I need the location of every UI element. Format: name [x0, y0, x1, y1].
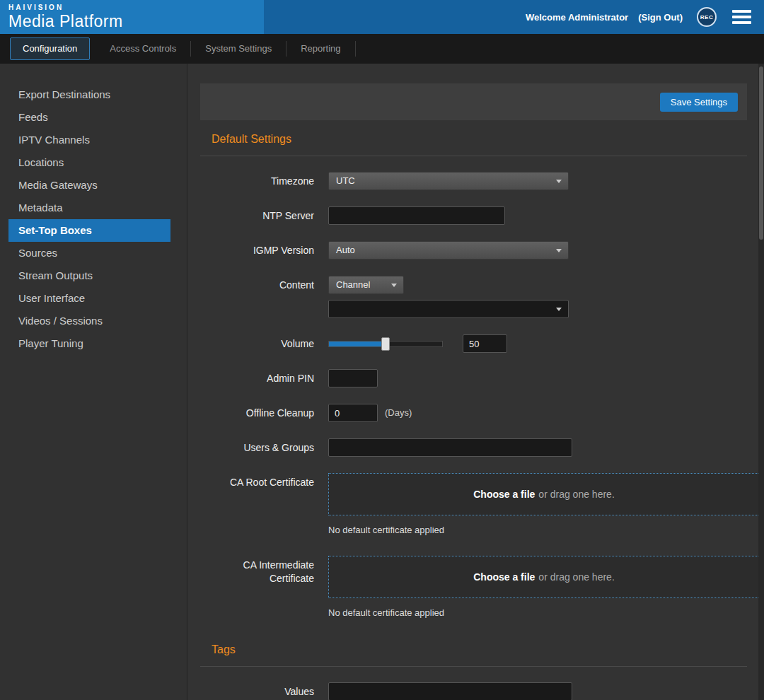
ca-intermediate-certificate-status: No default certificate applied: [328, 607, 758, 618]
offline-cleanup-label: Offline Cleanup: [200, 404, 314, 422]
drag-hint-text: or drag one here.: [538, 571, 614, 583]
timezone-selected-value: UTC: [336, 175, 355, 186]
timezone-label: Timezone: [200, 172, 314, 190]
content-type-select[interactable]: Channel: [328, 276, 404, 294]
tab-access-controls[interactable]: Access Controls: [96, 34, 190, 64]
igmp-version-label: IGMP Version: [200, 241, 314, 259]
choose-file-link[interactable]: Choose a file: [473, 571, 535, 583]
default-settings-heading: Default Settings: [200, 133, 747, 156]
scrollbar-thumb[interactable]: [759, 66, 763, 240]
ntp-server-input[interactable]: [328, 206, 505, 225]
choose-file-link[interactable]: Choose a file: [473, 489, 535, 500]
brand: HAIVISION Media Platform: [0, 0, 264, 34]
sidebar-item-sources[interactable]: Sources: [8, 242, 170, 264]
content-selection-select[interactable]: [328, 300, 569, 318]
volume-slider-fill: [329, 342, 386, 346]
timezone-select[interactable]: UTC: [328, 172, 569, 190]
tags-values-input[interactable]: [328, 682, 572, 700]
igmp-version-row: IGMP Version Auto: [200, 241, 758, 259]
chevron-down-icon: [556, 180, 562, 183]
users-groups-input[interactable]: [328, 438, 572, 457]
users-groups-label: Users & Groups: [200, 438, 314, 457]
ntp-server-row: NTP Server: [200, 206, 758, 225]
volume-slider-handle[interactable]: [381, 337, 390, 351]
tab-configuration[interactable]: Configuration: [10, 37, 90, 60]
sign-out-link[interactable]: (Sign Out): [638, 12, 683, 23]
chevron-down-icon: [391, 284, 397, 287]
sidebar-item-feeds[interactable]: Feeds: [8, 106, 170, 129]
admin-pin-label: Admin PIN: [200, 369, 314, 387]
sidebar-item-export-destinations[interactable]: Export Destinations: [8, 83, 170, 106]
sidebar-item-stream-outputs[interactable]: Stream Outputs: [8, 264, 170, 287]
igmp-selected-value: Auto: [336, 245, 355, 255]
settings-panel: Save Settings Default Settings Timezone …: [188, 64, 758, 700]
sidebar-item-user-interface[interactable]: User Interface: [8, 287, 170, 310]
ca-root-certificate-row: CA Root Certificate Choose a file or dra…: [200, 473, 758, 535]
igmp-version-select[interactable]: Auto: [328, 241, 569, 259]
ntp-server-label: NTP Server: [200, 206, 314, 225]
brand-name: HAIVISION: [8, 4, 264, 11]
sidebar-item-iptv-channels[interactable]: IPTV Channels: [8, 129, 170, 151]
default-settings-form: Timezone UTC NTP Server IGMP Version Aut…: [200, 172, 758, 618]
volume-label: Volume: [200, 334, 314, 353]
ca-root-certificate-label: CA Root Certificate: [200, 473, 314, 491]
config-sidebar: Export Destinations Feeds IPTV Channels …: [0, 64, 187, 700]
tags-values-label: Values: [200, 682, 314, 700]
offline-cleanup-row: Offline Cleanup (Days): [200, 404, 758, 422]
users-groups-row: Users & Groups: [200, 438, 758, 457]
menu-icon[interactable]: [732, 10, 751, 24]
chevron-down-icon: [556, 308, 562, 311]
tags-form: Values: [200, 682, 758, 700]
content-row: Content Channel: [200, 276, 758, 318]
scrollbar[interactable]: [758, 64, 764, 700]
ca-intermediate-certificate-label: CA Intermediate Certificate: [200, 556, 314, 585]
tab-reporting[interactable]: Reporting: [286, 34, 354, 64]
ca-intermediate-certificate-dropzone[interactable]: Choose a file or drag one here.: [328, 556, 758, 598]
rec-badge[interactable]: REC: [697, 7, 717, 27]
tab-system-settings[interactable]: System Settings: [191, 34, 286, 64]
content-type-selected-value: Channel: [336, 279, 370, 290]
volume-row: Volume: [200, 334, 758, 353]
offline-cleanup-input[interactable]: [328, 404, 378, 422]
timezone-row: Timezone UTC: [200, 172, 758, 190]
app-header: HAIVISION Media Platform Welcome Adminis…: [0, 0, 764, 34]
primary-nav: Configuration Access Controls System Set…: [0, 34, 764, 64]
settings-toolbar: Save Settings: [200, 83, 747, 120]
sidebar-item-media-gateways[interactable]: Media Gateways: [8, 174, 170, 197]
offline-cleanup-unit: (Days): [385, 404, 412, 422]
content-label: Content: [200, 276, 314, 294]
drag-hint-text: or drag one here.: [538, 489, 614, 500]
header-actions: Welcome Administrator (Sign Out) REC: [526, 0, 764, 34]
ca-intermediate-certificate-row: CA Intermediate Certificate Choose a fil…: [200, 556, 758, 618]
admin-pin-row: Admin PIN: [200, 369, 758, 387]
tags-values-row: Values: [200, 682, 758, 700]
admin-pin-input[interactable]: [328, 369, 378, 387]
sidebar-item-locations[interactable]: Locations: [8, 151, 170, 174]
welcome-text: Welcome Administrator: [526, 12, 628, 23]
chevron-down-icon: [556, 249, 562, 252]
volume-value-input[interactable]: [463, 334, 507, 353]
tab-divider: [355, 41, 356, 57]
volume-slider[interactable]: [328, 334, 443, 353]
brand-product-name: Media Platform: [8, 11, 264, 31]
sidebar-item-metadata[interactable]: Metadata: [8, 197, 170, 219]
tags-heading: Tags: [200, 643, 747, 667]
ca-root-certificate-dropzone[interactable]: Choose a file or drag one here.: [328, 473, 758, 515]
sidebar-item-videos-sessions[interactable]: Videos / Sessions: [8, 310, 170, 332]
sidebar-item-player-tuning[interactable]: Player Tuning: [8, 332, 170, 355]
save-settings-button[interactable]: Save Settings: [660, 93, 738, 112]
ca-root-certificate-status: No default certificate applied: [328, 525, 758, 535]
rec-badge-label: REC: [700, 14, 713, 21]
sidebar-item-set-top-boxes[interactable]: Set-Top Boxes: [8, 219, 170, 242]
